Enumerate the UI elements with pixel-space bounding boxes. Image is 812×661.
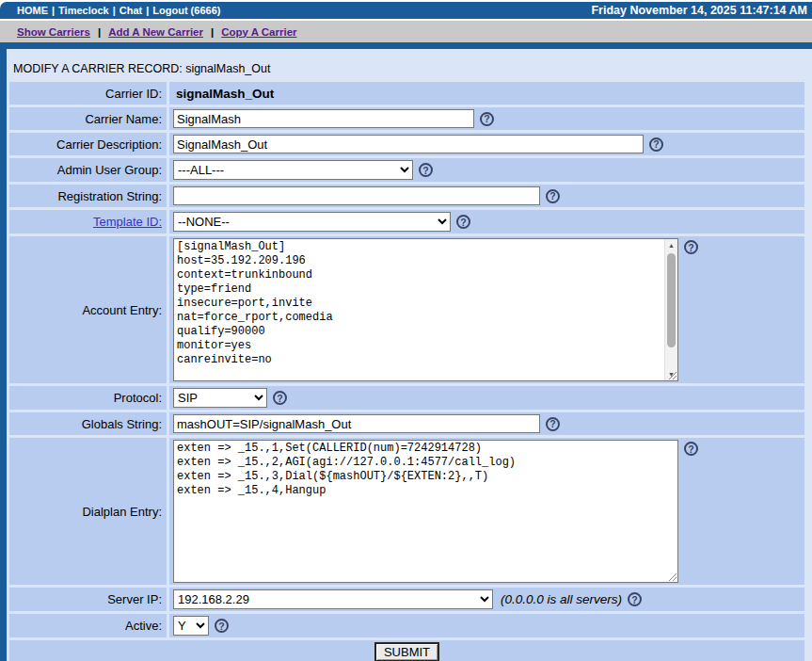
page-title: MODIFY A CARRIER RECORD: signalMash_Out [7,49,812,82]
scrollbar[interactable]: ▲ ▼ [664,239,677,380]
help-icon[interactable]: ? [684,442,698,456]
row-carrier-description: Carrier Description: ? [9,133,804,155]
nav-logout-link[interactable]: Logout (6666) [152,5,220,16]
nav-separator: | [113,5,116,16]
help-icon[interactable]: ? [419,163,433,177]
help-icon[interactable]: ? [546,189,560,203]
template-id-link[interactable]: Template ID: [93,215,162,229]
help-icon[interactable]: ? [684,240,698,254]
scrollbar-thumb[interactable] [667,253,676,347]
registration-string-input[interactable] [173,186,540,205]
row-carrier-id: Carrier ID: signalMash_Out [9,82,804,105]
account-entry-label: Account Entry: [9,236,167,383]
protocol-select[interactable]: SIP [173,388,267,408]
carrier-id-value: signalMash_Out [176,87,274,101]
top-header-bar: HOME | Timeclock | Chat | Logout (6666) … [0,2,812,19]
scroll-down-icon[interactable]: ▼ [665,368,677,380]
row-template-id: Template ID: --NONE-- ? [9,210,804,234]
header-divider [0,42,812,49]
server-ip-select[interactable]: 192.168.2.29 [173,589,493,609]
dialplan-entry-textarea[interactable]: exten => _15.,1,Set(CALLERID(num)=724291… [174,441,677,582]
show-carriers-link[interactable]: Show Carriers [17,26,90,38]
help-icon[interactable]: ? [546,417,560,431]
nav-separator: | [52,5,55,16]
carrier-menu-bar: Show Carriers | Add A New Carrier | Copy… [0,21,812,42]
nav-separator: | [146,5,149,16]
account-entry-textarea[interactable]: [signalMash_Out] host=35.192.209.196 con… [174,239,664,380]
help-icon[interactable]: ? [628,592,642,606]
help-icon[interactable]: ? [215,619,229,633]
globals-string-label: Globals String: [9,412,167,435]
help-icon[interactable]: ? [273,391,287,405]
row-admin-user-group: Admin User Group: ---ALL--- ? [9,158,804,182]
row-protocol: Protocol: SIP ? [9,386,804,410]
row-carrier-name: Carrier Name: ? [9,107,804,130]
menu-separator: | [98,26,101,38]
help-icon[interactable]: ? [649,137,663,152]
page-content: MODIFY A CARRIER RECORD: signalMash_Out … [0,49,812,661]
add-new-carrier-link[interactable]: Add A New Carrier [108,26,203,38]
row-account-entry: Account Entry: [signalMash_Out] host=35.… [9,236,804,383]
row-dialplan-entry: Dialplan Entry: exten => _15.,1,Set(CALL… [9,438,804,585]
help-icon[interactable]: ? [456,215,470,229]
row-globals-string: Globals String: ? [9,412,804,435]
left-border-strip [0,49,7,661]
registration-string-label: Registration String: [9,185,167,207]
datetime-display: Friday November 14, 2025 11:47:14 AM [591,4,807,17]
copy-carrier-link[interactable]: Copy A Carrier [221,26,296,38]
server-ip-note: (0.0.0.0 is all servers) [501,592,622,606]
active-label: Active: [9,614,167,637]
row-registration-string: Registration String: ? [9,185,804,207]
admin-user-group-select[interactable]: ---ALL--- [173,160,413,180]
carrier-form: Carrier ID: signalMash_Out Carrier Name:… [9,82,804,661]
dialplan-entry-label: Dialplan Entry: [9,438,167,585]
nav-chat-link[interactable]: Chat [119,5,142,16]
nav-home-link[interactable]: HOME [17,5,48,16]
carrier-id-label: Carrier ID: [9,82,167,105]
template-id-select[interactable]: --NONE-- [173,212,451,232]
dialplan-entry-box: exten => _15.,1,Set(CALLERID(num)=724291… [173,440,678,583]
menu-separator: | [211,26,214,38]
carrier-description-label: Carrier Description: [9,133,167,155]
server-ip-label: Server IP: [9,588,167,611]
globals-string-input[interactable] [173,414,540,433]
carrier-name-label: Carrier Name: [9,107,167,130]
submit-button[interactable]: SUBMIT [374,642,439,661]
row-server-ip: Server IP: 192.168.2.29 (0.0.0.0 is all … [9,588,804,611]
carrier-description-input[interactable] [173,135,644,153]
scroll-up-icon[interactable]: ▲ [665,239,677,251]
top-nav-links: HOME | Timeclock | Chat | Logout (6666) [17,5,220,16]
account-entry-box: [signalMash_Out] host=35.192.209.196 con… [173,238,678,381]
row-active: Active: Y ? [9,614,804,637]
carrier-name-input[interactable] [173,109,474,128]
nav-timeclock-link[interactable]: Timeclock [58,5,109,16]
row-submit: SUBMIT [9,640,804,661]
active-select[interactable]: Y [173,616,209,636]
admin-user-group-label: Admin User Group: [9,158,167,182]
help-icon[interactable]: ? [480,112,494,126]
protocol-label: Protocol: [9,386,167,410]
